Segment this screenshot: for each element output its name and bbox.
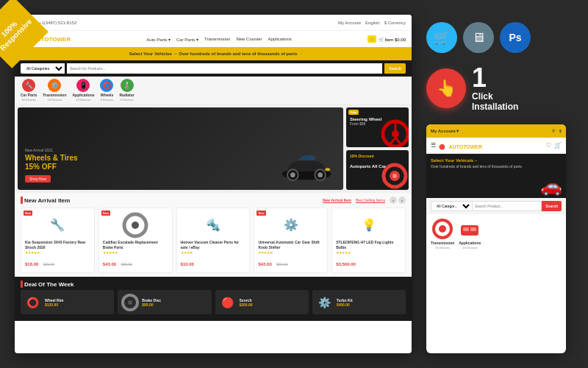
mob-cat-count-transmission: 16 Devices [435, 246, 450, 250]
cat-img-wheels: ⭕ [100, 79, 113, 92]
tab-next-arrow[interactable]: › [398, 197, 406, 204]
mob-account-text[interactable]: My Account ▾ [431, 128, 459, 133]
nav-auto-parts[interactable]: Auto Parts ▾ [146, 37, 171, 42]
category-applications[interactable]: 📱 Applications 19 Devices [72, 79, 94, 102]
category-radiator[interactable]: 🌡️ Radiator 5 Devices [119, 79, 134, 102]
click-number: 1 [472, 65, 518, 91]
nav-transmission[interactable]: Transmission [204, 37, 230, 42]
mob-search-button[interactable]: Search [542, 201, 562, 211]
hero-card-autoparts: 19% Discount Autoparts All Car [346, 150, 409, 190]
product-price-5: $3,500.00 [336, 262, 356, 266]
nav-car-parts[interactable]: Car Parts ▾ [176, 37, 198, 42]
mob-search-category[interactable]: All Categor... [431, 201, 473, 211]
svg-point-2 [290, 172, 295, 177]
product-card-4[interactable]: New ⚙️ Universal Automatic Car Gear Shif… [254, 208, 328, 273]
cart-text: 🛒 Item $0.00 [379, 37, 406, 42]
mob-search-input[interactable] [473, 201, 542, 211]
hero-main: New Arrival 2021 Wheels & Tires 15% OFF … [18, 107, 343, 190]
product-img-5: 💡 [336, 212, 401, 238]
deal-product-2[interactable]: Brake Disc $85.00 [118, 290, 211, 314]
category-transmission[interactable]: ⚙️ Transmission 14 Devices [43, 79, 66, 102]
search-button[interactable]: Search [384, 63, 406, 74]
mob-cat-transmission[interactable]: Transmission 16 Devices [431, 218, 454, 250]
search-category-dropdown[interactable]: All Categories [21, 63, 65, 74]
cat-img-transmission: ⚙️ [48, 79, 61, 92]
svg-point-19 [439, 225, 446, 233]
mob-wishlist-icon[interactable]: ♡ [546, 142, 551, 149]
ps-circle-icon[interactable]: Ps [500, 22, 531, 53]
deal-name-scorch: Scorch [240, 298, 253, 302]
deal-product-1[interactable]: ⭕ Wheel Rim $120.00 [21, 290, 114, 314]
mob-hero-title: Select Your Vehicals – [431, 158, 562, 164]
click-install-button[interactable]: 👆 [426, 68, 466, 108]
mob-logo-icon: 🔴 [439, 144, 445, 149]
product-old-price-1: $20.00 [43, 262, 54, 266]
product-rating-3: ★★★★ [181, 250, 246, 255]
hero-text: New Arrival 2021 Wheels & Tires 15% OFF … [25, 148, 78, 183]
mob-dollar-icon: $ [559, 129, 562, 133]
mob-cat-count-applications: 19 Devices [462, 246, 477, 250]
deal-section: Deal Of The Week ⭕ Wheel Rim $120.00 [15, 277, 412, 321]
cart-area[interactable]: 🛒 🛒 Item $0.00 [368, 35, 406, 43]
arrival-section-title: New Arrival Item [21, 197, 70, 204]
deal-title: Deal Of The Week [21, 280, 74, 288]
mob-hero-sub: Over hundreds of brands and tens of thou… [431, 164, 562, 169]
product-old-price-2: $50.00 [121, 262, 132, 266]
store-header: Helpline: +1(3487) 521-8152 My Account E… [15, 15, 412, 31]
svg-rect-22 [470, 227, 476, 231]
cart-circle-icon[interactable]: 🛒 [426, 22, 457, 53]
deal-product-4[interactable]: ⚙️ Turbo Kit $450.00 [312, 290, 406, 314]
search-bar: All Categories Search [15, 60, 412, 77]
language-selector[interactable]: English [365, 21, 380, 25]
svg-rect-21 [463, 227, 469, 231]
tab-prev-arrow[interactable]: ‹ [390, 197, 397, 204]
product-price-4: $43.00 [258, 262, 271, 266]
product-card-1[interactable]: New 🔧 Kia Suspension 3X43 Factory Rear S… [21, 208, 95, 273]
tab-new-arrival[interactable]: New Arrival Item [323, 198, 351, 202]
deal-price-2: $85.00 [142, 302, 161, 307]
cat-count-wheels: 9 Devices [101, 98, 114, 102]
my-account-link[interactable]: My Account [338, 21, 361, 25]
product-card-2[interactable]: New Cadillac Escalade Replacement Brake … [98, 208, 173, 273]
nav-applications[interactable]: Applications [268, 37, 291, 42]
svg-line-10 [395, 138, 401, 145]
product-price-3: $10.00 [181, 262, 194, 266]
hero-car-svg [277, 138, 336, 190]
nav-counter[interactable]: New Counter [236, 37, 262, 42]
shop-now-button[interactable]: Shop Now [25, 175, 51, 183]
mob-search-bar: All Categor... Search [426, 198, 566, 214]
product-old-price-4: $60.00 [276, 262, 287, 266]
tab-best-selling[interactable]: Best Selling Items [356, 198, 385, 202]
hero-title: Wheels & Tires 15% OFF [25, 154, 78, 171]
product-badge-2: New [101, 210, 110, 216]
deal-name-4: Turbo Kit [337, 298, 353, 302]
currency-selector[interactable]: $ Currency [384, 21, 406, 25]
tab-navigation: ‹ › [390, 197, 406, 204]
mob-cart-icons: ♡ 🛒 [546, 142, 562, 149]
product-card-3[interactable]: 🔩 Hoover Vacuum Cleaner Parts for sale /… [176, 208, 251, 273]
click-install-section: 👆 1 Click Installation [426, 65, 573, 113]
hamburger-icon[interactable]: ☰ [431, 142, 436, 149]
product-badge-1: New [24, 210, 32, 216]
deal-products-row: ⭕ Wheel Rim $120.00 Brake Disc $85.00 [21, 290, 406, 314]
deal-img-2 [121, 293, 139, 311]
right-panel: 🛒 🖥 Ps 👆 1 Click Installation My Account… [426, 15, 573, 353]
svg-point-7 [392, 130, 399, 138]
product-img-4: ⚙️ [258, 212, 323, 238]
product-img-1: 🔧 [25, 212, 90, 238]
category-car-parts[interactable]: 🔧 Car Parts 19 Devices [21, 79, 37, 102]
hero-section: New Arrival 2021 Wheels & Tires 15% OFF … [15, 105, 412, 193]
arrival-section-header: New Arrival Item New Arrival Item Best S… [21, 197, 406, 204]
product-card-5[interactable]: 💡 STLEOIFENG H7 LED Fog Lights Bulbs ★★★… [331, 208, 406, 273]
hero-card-discount: 19% Discount [350, 154, 405, 158]
product-rating-5: ★★★★★ [336, 250, 401, 255]
svg-point-15 [132, 222, 139, 229]
search-input[interactable] [67, 63, 382, 74]
category-wheels[interactable]: ⭕ Wheels 9 Devices [100, 79, 113, 102]
hero-card-badge-sale: Sale [348, 110, 359, 115]
deal-product-3[interactable]: 🔴 Scorch $200.00 [215, 290, 309, 314]
monitor-circle-icon[interactable]: 🖥 [463, 22, 494, 53]
mob-cart-icon[interactable]: 🛒 [554, 142, 562, 149]
mob-cat-applications[interactable]: Applications 19 Devices [459, 218, 481, 250]
product-rating-4: ★★★★★ [258, 250, 323, 255]
